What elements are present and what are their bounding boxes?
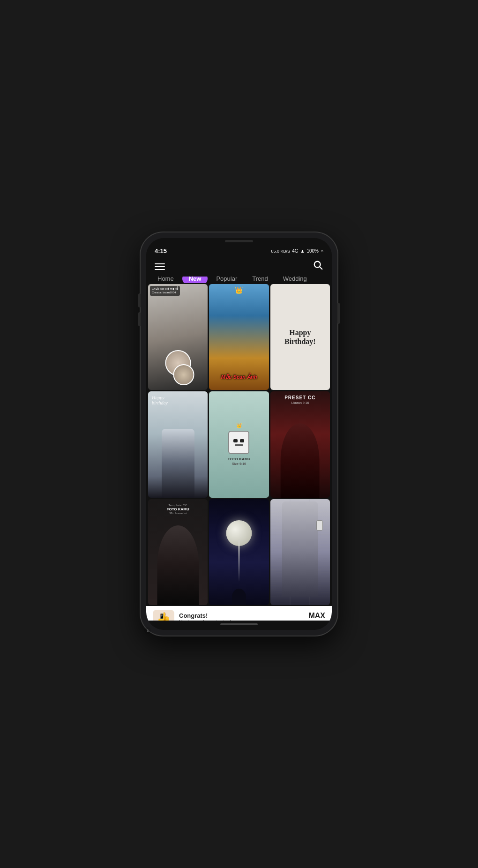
- cell2-overlay: Mẫu Scan Ảnh: [209, 372, 269, 381]
- svg-line-1: [320, 267, 322, 269]
- phone-bottom-bar: [146, 621, 332, 630]
- cell6-title: PRESET CC Ukuran 9:16: [270, 395, 330, 404]
- cell5-robot: [228, 431, 249, 454]
- cell3-text: HappyBirthday!: [280, 323, 321, 351]
- signal-icon: ▲: [300, 248, 305, 254]
- status-icons: 85.0 KB/S 4G ▲ 100% ○: [271, 248, 323, 254]
- tab-popular[interactable]: Popular: [209, 277, 244, 283]
- home-indicator: [220, 623, 258, 625]
- grid-item-9[interactable]: [270, 499, 330, 605]
- cell9-phone: [316, 520, 323, 531]
- nav-tabs: Home New Popular Trend Wedding: [146, 277, 332, 283]
- ad-banner[interactable]: 👍 📱 Congrats! You're seeing a test ad. M…: [146, 606, 332, 621]
- ad-brand-name: MAX: [298, 612, 325, 620]
- grid-item-7[interactable]: Template CC FOTO KAMU 33z Frame Int: [148, 499, 208, 605]
- grid-item-3[interactable]: HappyBirthday!: [270, 284, 330, 390]
- phone-screen: 4:15 85.0 KB/S 4G ▲ 100% ○: [146, 238, 332, 630]
- tab-new[interactable]: New: [182, 277, 208, 283]
- camera-dot-right: [327, 240, 332, 245]
- tab-home[interactable]: Home: [151, 277, 180, 283]
- search-button[interactable]: [313, 260, 323, 273]
- app-content: Home New Popular Trend Wedding Chưa bao …: [146, 255, 332, 621]
- cell9-figure: [282, 501, 318, 597]
- cell7-text: Template CC FOTO KAMU 33z Frame Int: [148, 504, 208, 515]
- cell8-person: [232, 589, 246, 605]
- cell5-content: 👑 FOTO KAMUSize 9:16: [228, 391, 250, 497]
- battery-level: 100%: [306, 248, 319, 254]
- battery-icon: ○: [321, 248, 323, 254]
- speaker-bar: [225, 240, 253, 242]
- ad-icon: 👍 📱: [153, 610, 174, 621]
- hamburger-line: [155, 266, 165, 267]
- ad-text: Congrats! You're seeing a test ad.: [179, 612, 293, 621]
- tab-trend[interactable]: Trend: [246, 277, 274, 283]
- cell7-figure: [157, 525, 199, 605]
- ad-title: Congrats!: [179, 612, 293, 619]
- camera-dot-left: [146, 240, 151, 245]
- network-type: 4G: [292, 248, 298, 254]
- tab-wedding[interactable]: Wedding: [276, 277, 314, 283]
- cell4-text: Happybirthday: [152, 395, 168, 405]
- grid-item-5[interactable]: 👑 FOTO KAMUSize 9:16: [209, 391, 269, 497]
- cell8-beam: [238, 539, 239, 582]
- cell4-person: [162, 429, 194, 498]
- cell2-crown: 👑: [235, 286, 243, 294]
- status-time: 4:15: [155, 247, 167, 254]
- grid-item-1[interactable]: Chưa bao giờ mẹ kểCreator: buian2004: [148, 284, 208, 390]
- network-speed: 85.0 KB/S: [271, 249, 291, 254]
- grid-item-4[interactable]: Happybirthday: [148, 391, 208, 497]
- grid-item-6[interactable]: PRESET CC Ukuran 9:16: [270, 391, 330, 497]
- cell6-figure: [281, 423, 320, 497]
- phone-frame: 4:15 85.0 KB/S 4G ▲ 100% ○: [141, 232, 337, 636]
- grid-item-2[interactable]: Mẫu Scan Ảnh 👑: [209, 284, 269, 390]
- menu-button[interactable]: [155, 263, 165, 270]
- cell1-avatar2: [173, 364, 194, 385]
- camera-area: [146, 238, 332, 246]
- content-grid: Chưa bao giờ mẹ kểCreator: buian2004 Mẫu…: [146, 283, 332, 606]
- grid-item-8[interactable]: [209, 499, 269, 605]
- ad-brand-block: MAX BY APPLOVIN: [298, 612, 325, 621]
- app-header: [146, 255, 332, 277]
- cell1-badge: Chưa bao giờ mẹ kểCreator: buian2004: [150, 286, 180, 296]
- status-bar: 4:15 85.0 KB/S 4G ▲ 100% ○: [146, 246, 332, 255]
- hamburger-line: [155, 269, 165, 270]
- hamburger-line: [155, 263, 165, 264]
